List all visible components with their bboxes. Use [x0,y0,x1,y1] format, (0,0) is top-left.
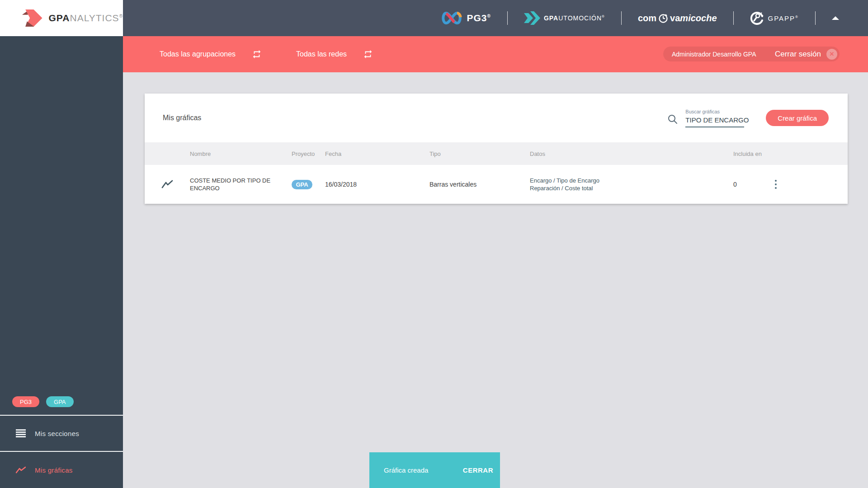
chart-line-icon [16,466,26,474]
top-header: PG3® GPAUTOMOCIÓN® com vamicoche [123,0,868,36]
search-icon[interactable] [667,114,678,125]
badge-gpa[interactable]: GPA [46,396,74,407]
app-window: GPANALYTICS® PG3® GPAUTOMOCIÓN® com [0,0,868,488]
project-badge: GPA [292,180,312,189]
filter-bar: Todas las agrupaciones Todas las redes A… [123,36,868,72]
sidebar-item-mis-graficas[interactable]: Mis gráficas [0,451,123,488]
search-input[interactable]: Buscar gráficas TIPO DE ENCARGO [685,109,744,127]
gpapp-wordmark: GPAPP® [768,14,799,22]
page-title: Mis gráficas [163,114,201,122]
toast-notification: Gráfica creada CERRAR [369,452,500,488]
table-header: Nombre Proyecto Fecha Tipo Datos Incluid… [145,142,848,165]
logout-button[interactable]: Cerrar sesión [775,50,821,59]
gpanalytics-logo[interactable]: GPANALYTICS® [0,0,123,36]
row-fecha: 16/03/2018 [325,181,429,188]
gpanalytics-arrow-icon [22,9,42,28]
col-header-nombre: Nombre [190,150,292,157]
filter-redes-label: Todas las redes [296,50,347,58]
col-header-tipo: Tipo [429,150,530,157]
badge-pg3[interactable]: PG3 [12,396,39,407]
header-divider [621,11,622,25]
row-menu-kebab-icon[interactable] [771,178,780,191]
sidebar-item-label: Mis secciones [35,430,79,437]
gpautomocion-arrow-icon [524,11,540,25]
filter-agrupaciones[interactable]: Todas las agrupaciones [160,36,262,72]
main-content: Mis gráficas Buscar gráficas TIPO DE ENC… [123,72,868,488]
user-name: Administrador Desarrollo GPA [663,51,756,58]
search-area: Buscar gráficas TIPO DE ENCARGO [667,109,744,127]
gpapp-logo[interactable]: GPAPP® [750,11,799,25]
sidebar: PG3 GPA Mis secciones Mis gráficas [0,36,123,488]
collapse-caret-icon[interactable] [832,16,839,20]
swap-icon[interactable] [363,49,373,59]
pg3-logo[interactable]: PG3® [441,10,491,26]
header-divider [733,11,734,25]
toast-close-button[interactable]: CERRAR [463,466,493,474]
filter-redes[interactable]: Todas las redes [296,36,373,72]
sidebar-badges: PG3 GPA [0,396,123,415]
col-header-incluida: Incluida en [733,150,770,157]
gpautomocion-logo[interactable]: GPAUTOMOCIÓN® [524,11,605,25]
row-datos: Encargo / Tipo de Encargo Reparación / C… [530,177,733,192]
card-header: Mis gráficas Buscar gráficas TIPO DE ENC… [145,94,848,142]
col-header-proyecto: Proyecto [292,150,325,157]
header-divider [507,11,508,25]
col-header-fecha: Fecha [325,150,429,157]
table-row[interactable]: COSTE MEDIO POR TIPO DE ENCARGO GPA 16/0… [145,165,848,204]
sidebar-item-mis-secciones[interactable]: Mis secciones [0,415,123,451]
row-incluida-en: 0 [733,181,770,188]
logout-close-icon[interactable]: ✕ [826,49,837,60]
swap-icon[interactable] [252,49,262,59]
row-name: COSTE MEDIO POR TIPO DE ENCARGO [190,177,292,192]
gpapp-wrench-icon [750,11,764,25]
sections-list-icon [16,429,26,437]
gpautomocion-wordmark: GPAUTOMOCIÓN® [544,14,605,22]
pg3-wordmark: PG3® [467,13,491,23]
toast-message: Gráfica creada [384,466,428,474]
clock-icon [658,13,669,23]
row-chart-line-icon [145,180,190,189]
search-input-value: TIPO DE ENCARGO [685,116,749,124]
charts-card: Mis gráficas Buscar gráficas TIPO DE ENC… [145,94,848,204]
col-header-datos: Datos [530,150,733,157]
filter-agrupaciones-label: Todas las agrupaciones [160,50,236,58]
user-session-pill: Administrador Desarrollo GPA Cerrar sesi… [663,47,840,61]
pg3-infinity-icon [441,10,462,26]
search-input-label: Buscar gráficas [685,109,744,114]
comvamicoche-logo[interactable]: com vamicoche [638,13,717,23]
sidebar-item-label: Mis gráficas [35,466,73,474]
row-tipo: Barras verticales [429,181,530,188]
gpanalytics-wordmark: GPANALYTICS® [49,13,123,23]
create-chart-button[interactable]: Crear gráfica [766,110,829,126]
header-divider [815,11,816,25]
